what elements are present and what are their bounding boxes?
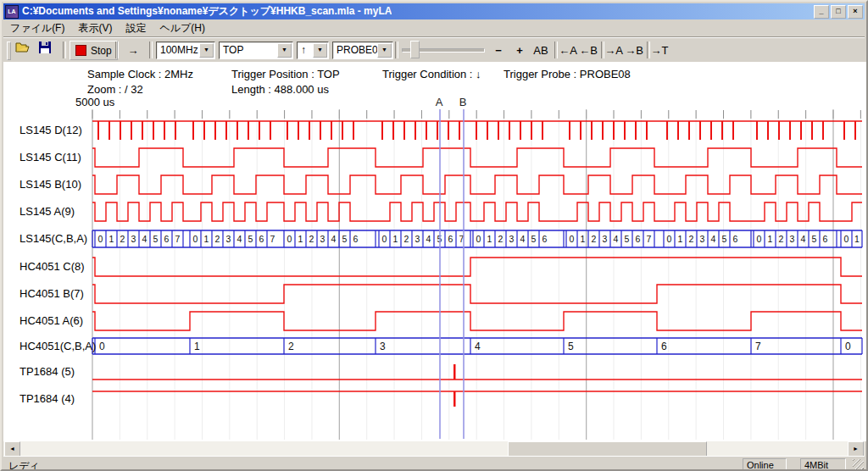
svg-text:2: 2	[215, 234, 220, 244]
svg-text:0: 0	[844, 234, 849, 244]
channel-label: TP1684 (5)	[19, 365, 75, 378]
toolbar-separator	[115, 42, 119, 58]
status-memory-badge: 4MBit	[800, 458, 846, 471]
svg-text:5: 5	[531, 234, 537, 244]
svg-text:2: 2	[592, 234, 597, 244]
svg-text:4: 4	[711, 234, 716, 244]
menu-file[interactable]: ファイル(F)	[3, 19, 71, 37]
save-button[interactable]	[39, 42, 59, 58]
dropdown-arrow-icon[interactable]: ▼	[199, 43, 214, 58]
svg-text:5: 5	[153, 234, 159, 244]
svg-text:2: 2	[498, 234, 504, 244]
svg-text:0: 0	[99, 341, 105, 352]
dropdown-arrow-icon[interactable]: ▼	[313, 43, 327, 58]
svg-text:5: 5	[722, 234, 727, 244]
svg-text:4: 4	[142, 234, 147, 244]
channel-label: HC4051 C(8)	[19, 260, 85, 273]
svg-text:4: 4	[614, 234, 619, 244]
svg-text:5: 5	[342, 234, 348, 244]
close-button[interactable]: ×	[848, 5, 863, 19]
goto-trigger-button[interactable]: →T	[650, 42, 669, 58]
title-bar[interactable]: LA C:¥Documents and Settings¥noname¥デスクト…	[3, 3, 865, 19]
svg-text:5: 5	[248, 234, 253, 244]
run-button[interactable]: →	[122, 42, 144, 58]
channel-label: HC4051 B(7)	[19, 287, 84, 300]
menu-settings[interactable]: 設定	[119, 19, 153, 37]
svg-text:5: 5	[625, 234, 630, 244]
menu-bar: ファイル(F) 表示(V) 設定 ヘルプ(H)	[3, 19, 865, 37]
svg-text:7: 7	[755, 341, 761, 352]
svg-text:3: 3	[131, 234, 136, 244]
dropdown-arrow-icon[interactable]: ▼	[277, 43, 292, 58]
svg-text:4: 4	[520, 234, 526, 244]
open-folder-icon	[15, 42, 31, 53]
svg-text:1: 1	[678, 234, 683, 244]
svg-text:5: 5	[568, 341, 574, 352]
svg-text:6: 6	[823, 234, 828, 244]
trigger-probe-combo[interactable]: PROBE00 ▼	[332, 42, 393, 59]
channel-label: LS145 C(11)	[19, 151, 81, 163]
zoom-out-button[interactable]: −	[492, 42, 505, 58]
stop-button[interactable]: Stop	[70, 41, 118, 60]
svg-text:6: 6	[259, 234, 264, 244]
trigger-position-combo[interactable]: TOP ▼	[219, 42, 293, 59]
svg-text:4: 4	[331, 234, 337, 244]
cursor-b-right-button[interactable]: →B	[625, 42, 643, 58]
svg-text:3: 3	[380, 341, 386, 352]
app-icon: LA	[5, 5, 19, 19]
sample-rate-combo[interactable]: 100MHz ▼	[156, 42, 215, 59]
horizontal-scrollbar[interactable]: ◄ ►	[3, 441, 865, 456]
svg-text:2: 2	[309, 234, 314, 244]
channel-label: HC4051(C,B,A)	[19, 340, 96, 352]
svg-text:0: 0	[98, 234, 103, 244]
menu-view[interactable]: 表示(V)	[71, 19, 119, 37]
svg-text:1: 1	[487, 234, 492, 244]
cursor-a-right-button[interactable]: →A	[604, 42, 623, 58]
window-title: C:¥Documents and Settings¥noname¥デスクトップ¥…	[22, 4, 392, 19]
open-file-button[interactable]	[15, 42, 36, 58]
svg-text:0: 0	[193, 234, 198, 244]
svg-text:1: 1	[298, 234, 303, 244]
svg-text:6: 6	[353, 234, 359, 244]
toolbar: Stop → 100MHz ▼ TOP ▼ ↑ ▼ PROBE00 ▼ − + …	[3, 36, 865, 63]
svg-text:4: 4	[475, 341, 481, 352]
cursor-b-left-button[interactable]: ←B	[579, 42, 598, 58]
trigger-edge-value: ↑	[301, 44, 306, 56]
svg-text:4: 4	[801, 234, 806, 244]
svg-text:2: 2	[779, 234, 784, 244]
floppy-disk-icon	[39, 42, 51, 53]
svg-text:5: 5	[812, 234, 817, 244]
trigger-position-value: TOP	[223, 44, 243, 56]
ab-button[interactable]: AB	[531, 42, 551, 58]
minimize-button[interactable]: _	[814, 5, 829, 19]
cursor-a-left-button[interactable]: ←A	[559, 42, 577, 58]
app-window: LA C:¥Documents and Settings¥noname¥デスクト…	[0, 0, 868, 471]
zoom-slider-handle[interactable]	[410, 41, 420, 58]
svg-text:2: 2	[120, 234, 125, 244]
svg-text:6: 6	[542, 234, 548, 244]
trigger-edge-combo[interactable]: ↑ ▼	[297, 42, 329, 59]
resize-grip-icon[interactable]	[853, 459, 864, 470]
toolbar-separator	[149, 42, 153, 58]
waveform-svg[interactable]: 0123456701234567012345601234567012345601…	[3, 62, 867, 441]
toolbar-separator	[554, 42, 558, 58]
svg-text:4: 4	[426, 234, 431, 244]
maximize-button[interactable]: □	[831, 5, 846, 19]
channel-label: HC4051 A(6)	[19, 314, 83, 327]
dropdown-arrow-icon[interactable]: ▼	[377, 43, 392, 58]
svg-text:7: 7	[647, 234, 652, 244]
svg-text:0: 0	[476, 234, 481, 244]
svg-text:1: 1	[194, 341, 200, 352]
zoom-in-button[interactable]: +	[513, 42, 526, 58]
stop-icon	[75, 45, 86, 56]
menu-help[interactable]: ヘルプ(H)	[153, 19, 212, 37]
status-online-badge: Online	[743, 458, 787, 471]
svg-text:0: 0	[757, 234, 762, 244]
sample-rate-value: 100MHz	[160, 44, 198, 56]
svg-text:3: 3	[226, 234, 231, 244]
svg-text:1: 1	[768, 234, 773, 244]
svg-text:3: 3	[603, 234, 608, 244]
svg-text:6: 6	[448, 234, 453, 244]
svg-text:2: 2	[689, 234, 694, 244]
svg-text:1: 1	[204, 234, 209, 244]
